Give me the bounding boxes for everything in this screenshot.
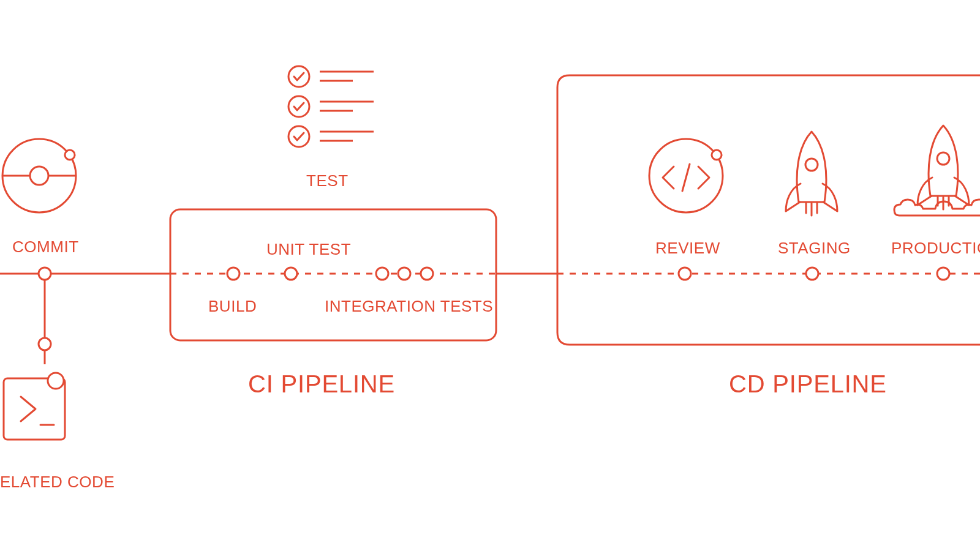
node-commit — [39, 268, 51, 280]
node-review — [679, 268, 691, 280]
svg-point-27 — [937, 152, 949, 165]
svg-point-12 — [48, 373, 64, 389]
svg-point-26 — [805, 159, 818, 171]
node-integration-2 — [398, 268, 410, 280]
label-ci-pipeline: CI PIPELINE — [248, 370, 395, 398]
label-commit: COMMIT — [12, 238, 79, 257]
svg-point-5 — [30, 167, 48, 185]
label-test: TEST — [306, 171, 349, 190]
label-staging: STAGING — [778, 239, 851, 258]
label-unit-test: UNIT TEST — [266, 240, 351, 259]
svg-point-10 — [39, 338, 51, 350]
terminal-icon — [4, 373, 65, 440]
label-related-code: ELATED CODE — [0, 473, 115, 492]
label-integration-tests: INTEGRATION TESTS — [325, 297, 493, 316]
ci-pipeline-box — [170, 209, 496, 340]
git-commit-icon — [2, 139, 76, 212]
rocket-production-icon — [894, 126, 980, 216]
node-staging — [806, 268, 818, 280]
code-review-icon — [649, 139, 723, 212]
cd-pipeline-box — [557, 75, 980, 345]
label-production: PRODUCTIO — [891, 239, 980, 258]
node-integration-3 — [421, 268, 433, 280]
rocket-staging-icon — [786, 132, 837, 216]
svg-point-20 — [288, 126, 309, 147]
svg-point-24 — [712, 150, 722, 160]
label-review: REVIEW — [655, 239, 720, 258]
checklist-icon — [288, 66, 374, 147]
svg-point-8 — [65, 150, 75, 160]
node-integration-1 — [376, 268, 388, 280]
label-cd-pipeline: CD PIPELINE — [729, 370, 887, 398]
node-unit-test — [285, 268, 297, 280]
node-build — [227, 268, 239, 280]
svg-point-17 — [288, 96, 309, 117]
svg-point-14 — [288, 66, 309, 87]
svg-line-25 — [682, 164, 690, 191]
node-production — [937, 268, 949, 280]
label-build: BUILD — [208, 297, 257, 316]
diagram-canvas — [0, 0, 980, 551]
